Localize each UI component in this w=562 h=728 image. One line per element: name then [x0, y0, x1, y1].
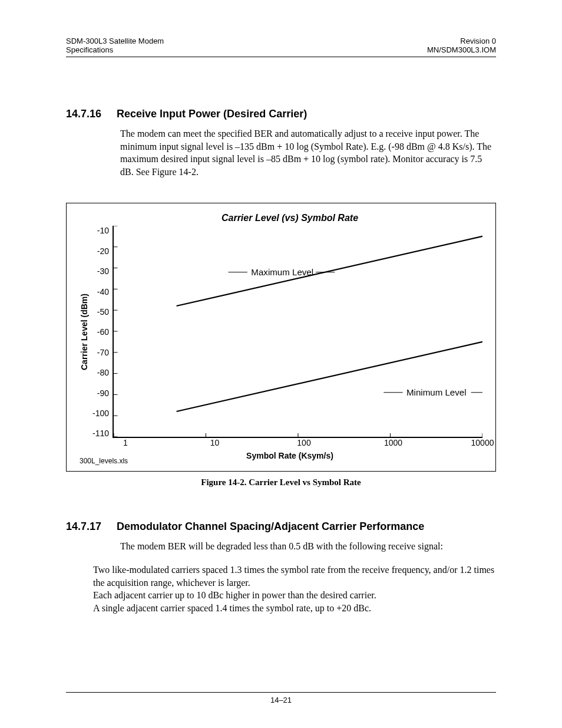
- y-tick: -80: [97, 368, 109, 377]
- header-divider: [66, 57, 496, 57]
- x-tick: 1000: [384, 438, 402, 447]
- header-left-1: SDM-300L3 Satellite Modem: [66, 37, 164, 45]
- y-tick: -100: [92, 409, 109, 418]
- chart-source-file: 300L_levels.xls: [80, 457, 128, 465]
- chart-svg: Maximum LevelMinimum Level: [114, 226, 482, 437]
- header-left-2: Specifications: [66, 45, 113, 54]
- section-title: Demodulator Channel Spacing/Adjacent Car…: [117, 521, 424, 533]
- y-axis-label: Carrier Level (dBm): [80, 226, 89, 438]
- page-header: SDM-300L3 Satellite Modem Revision 0 Spe…: [66, 37, 496, 57]
- header-right-1: Revision 0: [460, 37, 496, 45]
- section-number: 14.7.16: [66, 108, 101, 120]
- section-item: Two like-modulated carriers spaced 1.3 t…: [93, 564, 496, 589]
- y-tick: -10: [97, 226, 109, 235]
- y-tick: -50: [97, 307, 109, 317]
- y-tick: -60: [97, 327, 109, 337]
- x-tick: 1: [123, 438, 128, 447]
- section-demodulator-spacing: 14.7.17 Demodulator Channel Spacing/Adja…: [66, 521, 496, 614]
- section-body: The modem can meet the specified BER and…: [120, 127, 496, 178]
- x-axis-ticks: 1 10 100 1000 10000: [125, 438, 482, 450]
- header-right-2: MN/SDM300L3.IOM: [427, 45, 496, 54]
- section-number: 14.7.17: [66, 521, 101, 533]
- y-axis-ticks: -10 -20 -30 -40 -50 -60 -70 -80 -90 -100…: [92, 226, 113, 438]
- section-items: Two like-modulated carriers spaced 1.3 t…: [93, 564, 496, 614]
- page-number: 14–21: [0, 696, 562, 704]
- y-tick: -70: [97, 348, 109, 357]
- figure-caption: Figure 14-2. Carrier Level vs Symbol Rat…: [66, 477, 496, 487]
- svg-text:Maximum Level: Maximum Level: [251, 268, 313, 277]
- x-tick: 10000: [471, 438, 494, 447]
- plot-area: Maximum LevelMinimum Level: [113, 226, 482, 438]
- y-tick: -20: [97, 246, 109, 256]
- svg-text:Minimum Level: Minimum Level: [406, 388, 467, 397]
- svg-line-33: [177, 342, 482, 411]
- svg-line-32: [177, 236, 482, 306]
- footer-divider: [66, 692, 496, 693]
- y-tick: -110: [92, 429, 109, 438]
- section-receive-input-power: 14.7.16 Receive Input Power (Desired Car…: [66, 108, 496, 178]
- section-item: Each adjacent carrier up to 10 dBc highe…: [93, 589, 496, 602]
- section-title: Receive Input Power (Desired Carrier): [117, 108, 307, 120]
- x-axis-label: Symbol Rate (Ksym/s): [97, 451, 482, 460]
- y-tick: -90: [97, 388, 109, 398]
- section-item: A single adjacent carrier spaced 1.4 tim…: [93, 602, 496, 615]
- x-tick: 100: [297, 438, 310, 447]
- y-tick: -30: [97, 266, 109, 276]
- section-lead: The modem BER will be degraded less than…: [120, 540, 496, 553]
- chart-title: Carrier Level (vs) Symbol Rate: [97, 213, 482, 223]
- x-tick: 10: [210, 438, 220, 447]
- chart-container: Carrier Level (vs) Symbol Rate Carrier L…: [66, 203, 496, 472]
- y-tick: -40: [97, 287, 109, 297]
